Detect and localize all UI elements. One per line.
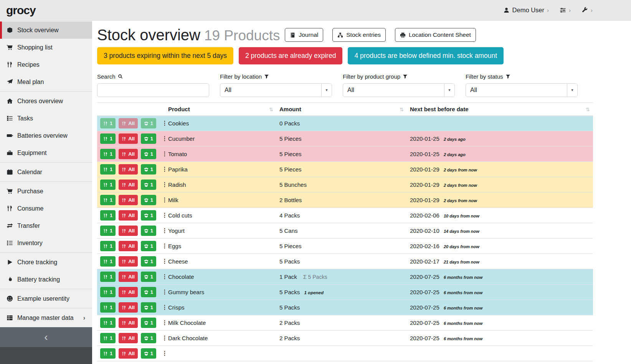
row-menu-button[interactable]: ⋮ — [160, 319, 165, 327]
open-one-button[interactable]: 1 — [141, 348, 156, 359]
amount-column-header[interactable]: Amount ⇅ — [276, 102, 407, 116]
open-one-button[interactable]: 1 — [141, 164, 156, 175]
sidebar-item[interactable]: Equipment — [0, 144, 92, 161]
consume-one-button[interactable]: 1 — [100, 149, 116, 159]
consume-one-button[interactable]: 1 — [100, 118, 116, 128]
location-content-sheet-button[interactable]: Location Content Sheet — [395, 28, 476, 42]
product-column-header[interactable]: Product ⇅ — [165, 102, 276, 116]
row-menu-button[interactable]: ⋮ — [160, 273, 165, 281]
consume-all-button[interactable]: All — [119, 333, 138, 343]
sidebar-item[interactable]: Manage master data › — [0, 309, 92, 326]
product-group-select[interactable]: All ▼ — [343, 83, 455, 97]
open-one-button[interactable]: 1 — [141, 149, 156, 159]
expiring-alert[interactable]: 3 products expiring within the next 5 da… — [97, 47, 233, 64]
sidebar-item[interactable]: Recipes — [0, 56, 92, 73]
row-menu-button[interactable]: ⋮ — [160, 135, 165, 143]
consume-one-button[interactable]: 1 — [100, 287, 116, 297]
sidebar-item[interactable]: Purchase — [0, 183, 92, 200]
consume-one-button[interactable]: 1 — [100, 180, 116, 190]
consume-all-button[interactable]: All — [119, 318, 138, 328]
row-menu-button[interactable]: ⋮ — [160, 165, 165, 173]
row-menu-button[interactable]: ⋮ — [160, 334, 165, 342]
location-select[interactable]: All ▼ — [220, 83, 332, 97]
consume-all-button[interactable]: All — [119, 302, 138, 313]
consume-one-button[interactable]: 1 — [100, 241, 116, 251]
consume-all-button[interactable]: All — [119, 241, 138, 251]
sidebar-item[interactable]: Example userentity — [0, 290, 92, 307]
sidebar-item[interactable]: Calendar — [0, 163, 92, 181]
open-one-button[interactable]: 1 — [141, 195, 156, 205]
row-menu-button[interactable]: ⋮ — [160, 196, 165, 204]
consume-all-button[interactable]: All — [119, 149, 138, 159]
sidebar-item[interactable]: Battery tracking — [0, 271, 92, 288]
consume-all-button[interactable]: All — [119, 180, 138, 190]
row-menu-button[interactable]: ⋮ — [160, 257, 165, 265]
consume-one-button[interactable]: 1 — [100, 318, 116, 328]
sidebar-item[interactable]: Inventory — [0, 234, 92, 252]
sidebar-item[interactable]: Stock overview — [0, 21, 92, 39]
consume-one-button[interactable]: 1 — [100, 333, 116, 343]
consume-one-button[interactable]: 1 — [100, 210, 116, 221]
consume-all-button[interactable]: All — [119, 272, 138, 282]
grocy-logo[interactable]: grocy — [6, 4, 36, 17]
consume-one-button[interactable]: 1 — [100, 164, 116, 175]
row-menu-button[interactable]: ⋮ — [160, 211, 165, 219]
consume-one-button[interactable]: 1 — [100, 302, 116, 313]
open-one-button[interactable]: 1 — [141, 256, 156, 267]
open-one-button[interactable]: 1 — [141, 226, 156, 236]
row-menu-button[interactable]: ⋮ — [160, 150, 165, 158]
consume-all-button[interactable]: All — [119, 348, 138, 359]
consume-one-button[interactable]: 1 — [100, 348, 116, 359]
consume-all-button[interactable]: All — [119, 118, 138, 128]
sidebar-item[interactable]: Chore tracking — [0, 254, 92, 271]
row-menu-button[interactable]: ⋮ — [160, 288, 165, 296]
consume-one-button[interactable]: 1 — [100, 256, 116, 267]
sidebar-item[interactable]: Consume — [0, 200, 92, 217]
open-one-button[interactable]: 1 — [141, 272, 156, 282]
consume-all-button[interactable]: All — [119, 164, 138, 175]
sidebar-item[interactable]: Shopping list — [0, 39, 92, 56]
search-input[interactable] — [97, 83, 209, 97]
settings-menu[interactable]: › — [560, 7, 571, 13]
sidebar-item[interactable]: Meal plan — [0, 73, 92, 91]
open-one-button[interactable]: 1 — [141, 180, 156, 190]
row-actions-cell: 1 All 1 — [97, 177, 165, 193]
row-menu-button[interactable]: ⋮ — [160, 119, 165, 127]
below-min-stock-alert[interactable]: 4 products are below defined min. stock … — [348, 47, 504, 64]
consume-all-button[interactable]: All — [119, 226, 138, 236]
row-menu-button[interactable]: ⋮ — [160, 303, 165, 311]
consume-all-button[interactable]: All — [119, 210, 138, 221]
best-before-column-header[interactable]: Next best before date ⇅ — [407, 102, 593, 116]
sidebar-item[interactable]: Tasks — [0, 110, 92, 127]
open-one-button[interactable]: 1 — [141, 287, 156, 297]
open-one-button[interactable]: 1 — [141, 318, 156, 328]
consume-one-button[interactable]: 1 — [100, 272, 116, 282]
user-menu[interactable]: Demo User › — [503, 7, 549, 14]
row-menu-button[interactable]: ⋮ — [160, 349, 165, 357]
expired-alert[interactable]: 2 products are already expired — [239, 47, 342, 64]
consume-one-button[interactable]: 1 — [100, 133, 116, 144]
sidebar-item[interactable]: Chores overview — [0, 92, 92, 110]
row-menu-button[interactable]: ⋮ — [160, 242, 165, 250]
open-one-button[interactable]: 1 — [141, 241, 156, 251]
row-menu-button[interactable]: ⋮ — [160, 181, 165, 189]
journal-button[interactable]: Journal — [285, 28, 323, 42]
consume-all-button[interactable]: All — [119, 287, 138, 297]
open-one-button[interactable]: 1 — [141, 333, 156, 343]
consume-all-button[interactable]: All — [119, 133, 138, 144]
sidebar-collapse-button[interactable]: ‹ — [0, 327, 92, 347]
stock-entries-button[interactable]: Stock entries — [332, 28, 386, 42]
open-one-button[interactable]: 1 — [141, 302, 156, 313]
sidebar-item[interactable]: Transfer — [0, 217, 92, 234]
open-one-button[interactable]: 1 — [141, 118, 156, 128]
open-one-button[interactable]: 1 — [141, 210, 156, 221]
consume-all-button[interactable]: All — [119, 195, 138, 205]
status-select[interactable]: All ▼ — [466, 83, 578, 97]
open-one-button[interactable]: 1 — [141, 133, 156, 144]
sidebar-item[interactable]: Batteries overview — [0, 127, 92, 144]
consume-all-button[interactable]: All — [119, 256, 138, 267]
row-menu-button[interactable]: ⋮ — [160, 227, 165, 235]
consume-one-button[interactable]: 1 — [100, 226, 116, 236]
consume-one-button[interactable]: 1 — [100, 195, 116, 205]
admin-menu[interactable]: › — [581, 7, 593, 13]
